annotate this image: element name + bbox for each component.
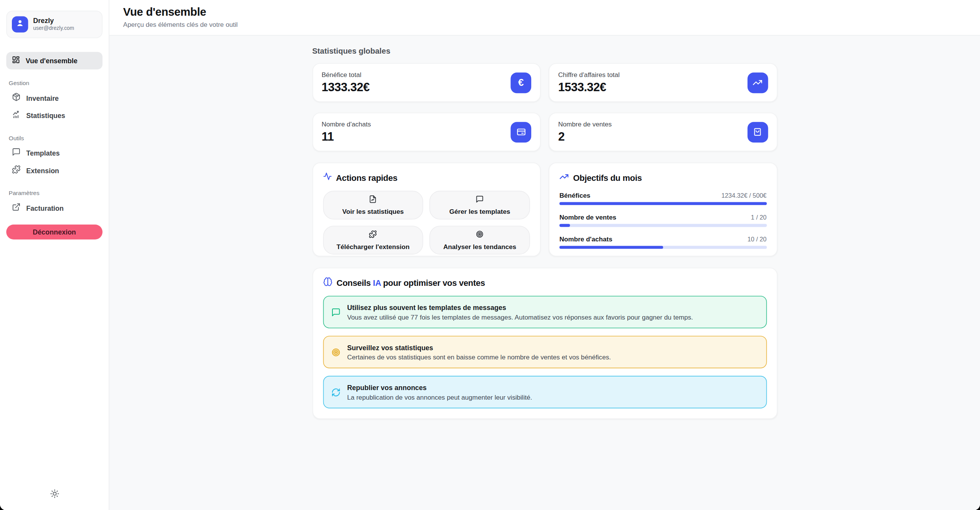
tip-description: Certaines de vos statistiques sont en ba…	[347, 353, 611, 361]
sidebar-item-inventaire[interactable]: Inventaire	[6, 89, 102, 107]
action-label: Gérer les templates	[449, 208, 510, 215]
trending-up-icon	[747, 72, 768, 93]
sidebar-section-parametres: Paramètres	[9, 189, 103, 196]
app-window: Drezly user@drezly.com Vue d'ensemble Ge…	[0, 0, 980, 510]
logout-button[interactable]: Déconnexion	[6, 225, 102, 239]
stat-label: Nombre d'achats	[322, 120, 371, 128]
stat-value: 1533.32€	[558, 81, 620, 95]
sidebar-section-outils: Outils	[9, 134, 103, 141]
bar-chart-icon	[12, 110, 21, 121]
goal-value: 1234.32€ / 500€	[722, 192, 767, 199]
sidebar-item-label: Vue d'ensemble	[26, 57, 77, 65]
stat-card-benefice-total: Bénéfice total 1333.32€ €	[312, 63, 540, 102]
view-stats-button[interactable]: Voir les statistiques	[323, 191, 423, 220]
sidebar-item-label: Facturation	[26, 205, 64, 212]
activity-icon	[323, 172, 332, 183]
action-label: Voir les statistiques	[342, 208, 404, 215]
credit-card-icon	[510, 121, 531, 142]
tip-description: La republication de vos annonces peut au…	[347, 393, 532, 401]
ai-tips-title: Conseils IA pour optimiser vos ventes	[323, 277, 767, 288]
tip-description: Vous avez utilisé que 77 fois les templa…	[347, 313, 693, 321]
sidebar-section-gestion: Gestion	[9, 79, 103, 86]
sidebar-item-extension[interactable]: Extension	[6, 162, 102, 180]
ai-tips-panel: Conseils IA pour optimiser vos ventes Ut…	[312, 267, 777, 419]
target-icon	[476, 230, 484, 240]
goal-row-ventes: Nombre de ventes 1 / 20	[560, 213, 767, 227]
tip-title: Surveillez vos statistiques	[347, 344, 611, 351]
tip-title: Utilisez plus souvent les templates de m…	[347, 303, 693, 311]
main-area: Vue d'ensemble Aperçu des éléments clés …	[110, 0, 980, 510]
sidebar: Drezly user@drezly.com Vue d'ensemble Ge…	[0, 0, 110, 510]
message-square-icon	[476, 195, 484, 205]
stat-label: Nombre de ventes	[558, 120, 612, 128]
sidebar-item-label: Extension	[26, 167, 59, 175]
tip-title: Republier vos annonces	[347, 384, 532, 391]
page-header: Vue d'ensemble Aperçu des éléments clés …	[110, 0, 980, 36]
refresh-icon	[331, 387, 340, 397]
external-link-icon	[12, 203, 21, 214]
sidebar-item-facturation[interactable]: Facturation	[6, 200, 102, 217]
stat-label: Chiffre d'affaires total	[558, 71, 620, 78]
sidebar-item-statistiques[interactable]: Statistiques	[6, 107, 102, 125]
stat-card-chiffre-affaires: Chiffre d'affaires total 1533.32€	[549, 63, 777, 102]
page-subtitle: Aperçu des éléments clés de votre outil	[123, 21, 967, 28]
sidebar-spacer	[6, 239, 102, 489]
goal-row-achats: Nombre d'achats 10 / 20	[560, 235, 767, 249]
euro-icon: €	[510, 72, 531, 93]
goal-label: Nombre de ventes	[560, 213, 617, 221]
page-title: Vue d'ensemble	[123, 6, 967, 19]
stat-card-nombre-ventes: Nombre de ventes 2	[549, 113, 777, 151]
package-icon	[12, 93, 21, 104]
dashboard-grid-icon	[12, 55, 20, 66]
message-square-icon	[12, 148, 21, 159]
global-stats-title: Statistiques globales	[312, 47, 777, 56]
puzzle-icon	[12, 165, 21, 176]
quick-actions-title: Actions rapides	[336, 173, 397, 182]
theme-toggle-button[interactable]	[50, 489, 59, 500]
monthly-goals-title: Objectifs du mois	[573, 173, 642, 182]
analyze-trends-button[interactable]: Analyser les tendances	[430, 226, 530, 254]
trending-up-icon	[560, 172, 569, 184]
progress-bar	[560, 224, 767, 227]
ai-highlight: IA	[373, 278, 381, 287]
sidebar-item-label: Statistiques	[26, 112, 65, 120]
user-name: Drezly	[33, 17, 74, 25]
download-extension-button[interactable]: Télécharger l'extension	[323, 226, 423, 254]
page-content: Statistiques globales Bénéfice total 133…	[110, 36, 980, 510]
file-chart-icon	[369, 195, 377, 205]
brain-icon	[323, 277, 332, 288]
message-square-icon	[331, 307, 340, 316]
manage-templates-button[interactable]: Gérer les templates	[430, 191, 530, 220]
progress-bar	[560, 202, 767, 205]
sun-icon	[50, 489, 59, 500]
stat-value: 2	[558, 130, 612, 144]
goal-label: Nombre d'achats	[560, 235, 612, 243]
user-email: user@drezly.com	[33, 25, 74, 32]
user-icon	[16, 19, 25, 30]
sidebar-item-label: Inventaire	[26, 94, 59, 102]
sidebar-item-vue-densemble[interactable]: Vue d'ensemble	[6, 52, 102, 69]
goal-value: 10 / 20	[748, 236, 767, 243]
goal-row-benefices: Bénéfices 1234.32€ / 500€	[560, 191, 767, 205]
tip-templates: Utilisez plus souvent les templates de m…	[323, 296, 767, 328]
stats-grid: Bénéfice total 1333.32€ € Chiffre d'affa…	[312, 63, 777, 151]
stat-label: Bénéfice total	[322, 71, 370, 78]
user-card[interactable]: Drezly user@drezly.com	[6, 11, 102, 38]
shopping-bag-icon	[747, 121, 768, 142]
action-label: Analyser les tendances	[443, 243, 516, 250]
sidebar-item-label: Templates	[26, 149, 60, 157]
stat-card-nombre-achats: Nombre d'achats 11	[312, 113, 540, 151]
puzzle-icon	[369, 230, 377, 240]
progress-bar	[560, 246, 767, 249]
stat-value: 1333.32€	[322, 81, 370, 95]
user-info: Drezly user@drezly.com	[33, 17, 74, 32]
tip-statistiques: Surveillez vos statistiques Certaines de…	[323, 336, 767, 368]
user-avatar	[12, 16, 28, 32]
goal-label: Bénéfices	[560, 191, 591, 199]
monthly-goals-panel: Objectifs du mois Bénéfices 1234.32€ / 5…	[549, 162, 777, 256]
goal-value: 1 / 20	[751, 214, 767, 221]
quick-actions-panel: Actions rapides Voir les statistiques	[312, 162, 540, 256]
target-icon	[331, 348, 340, 357]
sidebar-item-templates[interactable]: Templates	[6, 144, 102, 162]
stat-value: 11	[322, 130, 371, 144]
